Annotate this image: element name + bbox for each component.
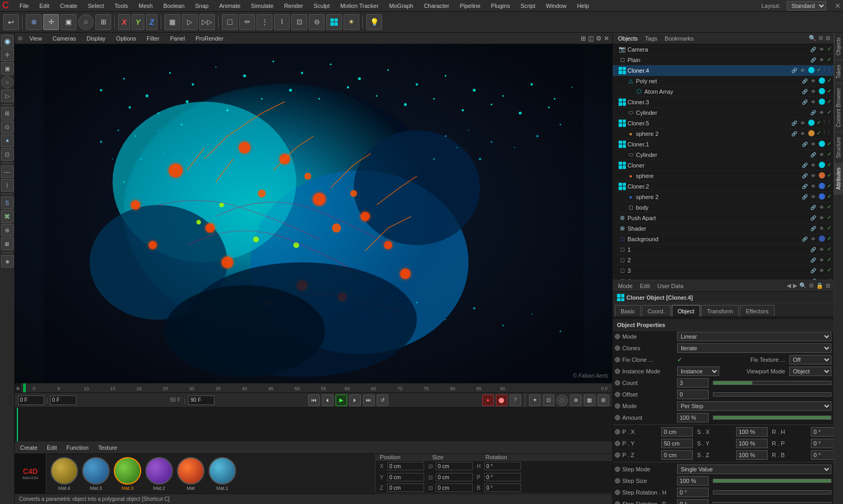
obj-push-apart[interactable]: ⊞ Push Apart 🔗 👁 ✓: [613, 213, 834, 223]
position-y-input[interactable]: [387, 473, 424, 481]
plain-link-icon[interactable]: 🔗: [809, 56, 817, 64]
size-x-input[interactable]: [436, 462, 473, 470]
bd-vis-icon[interactable]: 👁: [818, 204, 825, 211]
next-frame-btn[interactable]: ⏵: [349, 394, 361, 406]
obj-sphere-main[interactable]: ● sphere 🔗 👁 ✓: [613, 171, 834, 181]
viewport-icon-settings[interactable]: ⚙: [596, 35, 602, 42]
material-3a[interactable]: Mat.3: [114, 457, 141, 491]
bottom-menu-edit[interactable]: Edit: [45, 443, 59, 452]
s2a-link-icon[interactable]: 🔗: [790, 130, 798, 137]
sz-input[interactable]: [736, 450, 768, 460]
render-region-btn[interactable]: ▷▷: [199, 14, 215, 30]
n2-link-icon[interactable]: 🔗: [809, 256, 817, 264]
start-frame-input[interactable]: [50, 396, 76, 405]
transform-tool-btn[interactable]: ⊞: [95, 14, 111, 30]
obj-mgr-tags-tab[interactable]: Tags: [643, 34, 659, 43]
tab-object[interactable]: Object: [672, 305, 700, 317]
obj-null-3[interactable]: ◻ 3 🔗 👁 ✓: [613, 265, 834, 276]
attr-nav-prev[interactable]: ◀: [787, 282, 791, 289]
spline-btn[interactable]: ⌇: [274, 14, 290, 30]
pn-link-icon[interactable]: 🔗: [801, 77, 808, 85]
obj-polynet[interactable]: △ Poly net 🔗 👁 ✓: [613, 76, 834, 86]
viewport-menu-panel[interactable]: Panel: [167, 34, 188, 43]
select-tool-btn[interactable]: ⊕: [26, 14, 42, 30]
attr-edit-btn[interactable]: Edit: [638, 282, 652, 290]
viewport-icon-expand[interactable]: ⊞: [581, 35, 586, 42]
sh-link-icon[interactable]: 🔗: [809, 225, 817, 232]
bottom-menu-create[interactable]: Create: [18, 443, 40, 452]
instance-mode-select[interactable]: Instance: [677, 367, 719, 376]
menu-mesh[interactable]: Mesh: [136, 2, 155, 10]
offset-slider[interactable]: [713, 392, 831, 397]
timeline-expand-btn[interactable]: ⊞: [597, 394, 609, 406]
left-tool-12[interactable]: S: [1, 196, 14, 209]
c5-link-icon[interactable]: 🔗: [790, 120, 798, 127]
viewport-menu-display[interactable]: Display: [83, 34, 109, 43]
attr-mode-btn[interactable]: Mode: [616, 282, 635, 290]
side-tab-content-browser[interactable]: Content Browser: [834, 83, 843, 132]
viewport-menu-cameras[interactable]: Cameras: [50, 34, 80, 43]
menu-sculpt[interactable]: Sculpt: [311, 2, 332, 10]
amount-input[interactable]: [677, 413, 709, 422]
fix-texture-select[interactable]: Off: [789, 355, 831, 364]
size-y-input[interactable]: [436, 473, 473, 481]
render-to-picture-btn[interactable]: ▦: [164, 14, 180, 30]
render-active-view-btn[interactable]: ▷: [182, 14, 198, 30]
obj-sphere2a[interactable]: ● sphere 2 🔗 👁 ✓ ⋮⋮: [613, 129, 834, 139]
rotation-p-input[interactable]: [484, 473, 521, 481]
close-btn[interactable]: ✕: [835, 2, 841, 10]
sm-link-icon[interactable]: 🔗: [801, 172, 808, 180]
rh-input[interactable]: [811, 427, 834, 437]
left-tool-8[interactable]: ★: [1, 134, 14, 147]
boolean-op-btn[interactable]: ⊖: [309, 14, 325, 30]
obj-cloner5[interactable]: Cloner.5 🔗 👁 ✓ ⋮⋮: [613, 118, 834, 129]
obj-search-icon[interactable]: 🔍: [809, 35, 816, 42]
material-1a[interactable]: Mat.1: [209, 457, 236, 491]
cloner-btn[interactable]: [326, 14, 342, 30]
left-tool-13[interactable]: ⌘: [1, 210, 14, 223]
obj-camera[interactable]: 📷 Camera 🔗 👁 ✓: [613, 44, 834, 55]
material-3b[interactable]: Mat.3: [82, 457, 110, 491]
left-tool-9[interactable]: ⊡: [1, 148, 14, 161]
undo-btn[interactable]: ↩: [3, 14, 19, 30]
menu-motion-tracker[interactable]: Motion Tracker: [338, 2, 381, 10]
timeline-settings-btn[interactable]: ▦: [584, 394, 595, 406]
step-size-slider[interactable]: [713, 479, 831, 483]
obj-background[interactable]: ◻ Background 🔗 👁 ✓: [613, 234, 834, 244]
menu-create[interactable]: Create: [58, 2, 80, 10]
viewport-menu-filter[interactable]: Filter: [143, 34, 162, 43]
obj-cylinder1[interactable]: ⬭ Cylinder 🔗 👁 ✓: [613, 107, 834, 118]
left-tool-10[interactable]: —: [1, 165, 14, 178]
aa-vis-icon[interactable]: 👁: [809, 88, 817, 95]
clones-select[interactable]: Iterate: [677, 343, 831, 353]
count-input[interactable]: [677, 378, 709, 388]
pn-vis-icon[interactable]: 👁: [809, 77, 817, 85]
step-rot-p-slider[interactable]: [713, 502, 831, 504]
amount-slider[interactable]: [713, 416, 831, 420]
sx-input[interactable]: [736, 427, 768, 437]
end-frame-input[interactable]: [188, 396, 214, 405]
menu-character[interactable]: Character: [422, 2, 451, 10]
s2b-link-icon[interactable]: 🔗: [801, 193, 808, 201]
obj-cloner3[interactable]: Cloner.3 🔗 👁 ✓: [613, 97, 834, 107]
plain-vis-icon[interactable]: 👁: [818, 56, 825, 64]
obj-mgr-objects-tab[interactable]: Objects: [616, 34, 640, 43]
rotation-b-input[interactable]: [484, 483, 521, 492]
c3-vis-icon[interactable]: 👁: [809, 98, 817, 106]
attr-expand-icon[interactable]: ⊞: [826, 282, 830, 289]
bottom-menu-function[interactable]: Function: [64, 443, 91, 452]
y-axis-btn[interactable]: Y: [132, 14, 144, 30]
material-4[interactable]: Mat.4: [51, 457, 78, 491]
menu-select[interactable]: Select: [86, 2, 106, 10]
left-tool-11[interactable]: ⌇: [1, 179, 14, 192]
key-help-btn[interactable]: ?: [509, 394, 521, 406]
x-axis-btn[interactable]: X: [118, 14, 130, 30]
attr-settings-icon[interactable]: ⚙: [809, 282, 814, 289]
n1-link-icon[interactable]: 🔗: [809, 246, 817, 253]
bg-link-icon[interactable]: 🔗: [801, 235, 808, 243]
tab-transform[interactable]: Transform: [701, 305, 739, 317]
left-tool-2[interactable]: ✛: [1, 48, 14, 61]
step-rot-h-slider[interactable]: [713, 490, 831, 495]
rb-input[interactable]: [811, 450, 834, 460]
attr-lock-icon[interactable]: 🔒: [816, 282, 824, 289]
